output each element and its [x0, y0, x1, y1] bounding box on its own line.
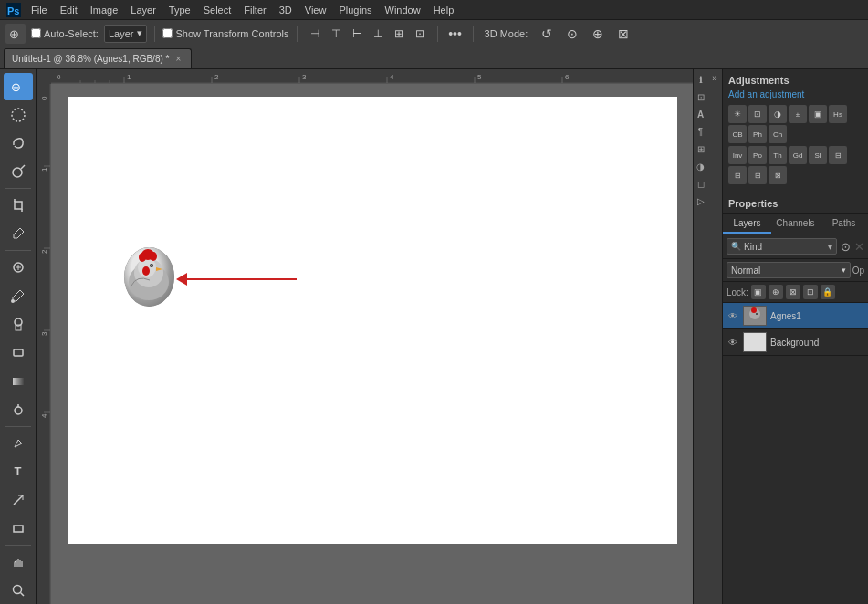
side-adjust-icon[interactable]: ⊡ — [697, 92, 705, 102]
document-tab[interactable]: Untitled-1 @ 36.8% (Agnes1, RGB/8) * × — [4, 48, 192, 68]
menu-type[interactable]: Type — [163, 3, 196, 17]
adj-sm4-icon[interactable]: ⊠ — [769, 166, 787, 184]
menu-select[interactable]: Select — [198, 3, 237, 17]
panel-collapse-btn[interactable]: » — [707, 69, 722, 604]
gradient-tool[interactable] — [4, 368, 33, 395]
align-bottom[interactable]: ⊡ — [410, 24, 430, 44]
tab-channels[interactable]: Channels — [771, 214, 820, 234]
text-tool[interactable]: T — [4, 458, 33, 485]
crop-tool[interactable] — [4, 192, 33, 219]
shape-tool[interactable] — [4, 515, 33, 542]
canvas-scroll[interactable] — [51, 84, 693, 604]
layer-row-agnes1[interactable]: 👁 Agnes1 — [723, 303, 868, 329]
layer-row-background[interactable]: 👁 Background — [723, 329, 868, 356]
adj-vibrance-icon[interactable]: ▣ — [809, 105, 827, 123]
side-para-icon[interactable]: ¶ — [698, 127, 703, 137]
adj-sm2-icon[interactable]: ⊟ — [728, 166, 747, 184]
auto-select-checkbox[interactable] — [31, 28, 41, 38]
svg-point-63 — [756, 313, 758, 315]
transform-controls-checkbox[interactable] — [162, 28, 173, 38]
menu-plugins[interactable]: Plugins — [333, 3, 377, 17]
eyedropper-tool[interactable] — [4, 220, 33, 247]
side-play-icon[interactable]: ▷ — [697, 196, 705, 206]
marquee-tool[interactable] — [4, 101, 33, 129]
more-options-button[interactable]: ••• — [445, 24, 465, 44]
side-text-icon[interactable]: A — [697, 109, 704, 120]
layer-filter-off-icon[interactable]: ✕ — [854, 240, 864, 254]
blend-mode-dropdown[interactable]: Normal ▾ — [727, 262, 851, 278]
adj-sm-icon[interactable]: ⊟ — [829, 146, 847, 164]
side-info-icon[interactable]: ℹ — [699, 75, 703, 85]
options-separator-2 — [297, 26, 298, 42]
adj-sm3-icon[interactable]: ⊟ — [748, 166, 767, 184]
menu-image[interactable]: Image — [85, 3, 124, 17]
lasso-tool[interactable] — [4, 130, 33, 157]
settings-icon[interactable]: ⊙ — [562, 24, 582, 44]
side-layer-icon[interactable]: ◻ — [697, 179, 705, 189]
layer-dropdown[interactable]: Layer ▾ — [104, 25, 148, 43]
lock-position-icon[interactable]: ⊕ — [769, 285, 783, 299]
menu-view[interactable]: View — [299, 3, 332, 17]
video-icon[interactable]: ⊠ — [613, 24, 633, 44]
adj-mix-icon[interactable]: Ch — [769, 125, 787, 143]
menu-3d[interactable]: 3D — [274, 3, 298, 17]
align-top[interactable]: ⊥ — [368, 24, 388, 44]
kind-chevron[interactable]: ▾ — [828, 242, 832, 252]
quick-select-tool[interactable] — [4, 158, 33, 185]
cross-icon[interactable]: ⊕ — [588, 24, 608, 44]
align-center-v[interactable]: ⊞ — [389, 24, 409, 44]
layer-filter-on-icon[interactable]: ⊙ — [841, 240, 851, 254]
adj-slr-icon[interactable]: Sl — [809, 146, 827, 164]
adj-cb-icon[interactable]: CB — [728, 125, 747, 143]
adj-poster-icon[interactable]: Po — [748, 146, 767, 164]
adj-grd-icon[interactable]: Gd — [789, 146, 807, 164]
tab-close-button[interactable]: × — [173, 54, 183, 65]
move-tool[interactable]: ⊕ — [4, 73, 33, 100]
layer-visibility-background[interactable]: 👁 — [727, 336, 739, 349]
menu-filter[interactable]: Filter — [238, 3, 271, 17]
menu-file[interactable]: File — [26, 3, 53, 17]
heal-tool[interactable] — [4, 254, 33, 281]
clone-tool[interactable] — [4, 310, 33, 338]
hand-tool[interactable] — [4, 548, 33, 576]
lock-pixels-icon[interactable]: ▣ — [751, 285, 766, 299]
align-center-h[interactable]: ⊤ — [326, 24, 346, 44]
adj-levels-icon[interactable]: ⊡ — [748, 105, 767, 123]
layer-name-background: Background — [770, 338, 864, 348]
path-select-tool[interactable] — [4, 486, 33, 514]
svg-point-59 — [151, 265, 152, 266]
side-color-icon[interactable]: ◑ — [696, 161, 705, 172]
adjustment-icons-row-2: Inv Po Th Gd Sl ⊟ ⊟ ⊟ ⊠ — [728, 146, 863, 184]
canvas-area[interactable]: 0 1 2 3 4 5 6 0 — [37, 69, 693, 604]
toolbar-sep-4 — [5, 545, 31, 546]
lock-all-icon[interactable]: ⊡ — [803, 285, 818, 299]
rotate-icon[interactable]: ↺ — [537, 24, 557, 44]
pen-tool[interactable] — [4, 430, 33, 457]
menu-window[interactable]: Window — [380, 3, 426, 17]
menu-edit[interactable]: Edit — [55, 3, 83, 17]
adj-exposure-icon[interactable]: ± — [789, 105, 807, 123]
layers-search-box[interactable]: 🔍 Kind ▾ — [727, 238, 837, 255]
lock-artboard-icon[interactable]: ⊠ — [786, 285, 800, 299]
svg-text:4: 4 — [390, 73, 394, 81]
zoom-tool[interactable] — [4, 577, 33, 604]
adj-curves-icon[interactable]: ◑ — [769, 105, 787, 123]
add-adjustment-link[interactable]: Add an adjustment — [728, 89, 863, 99]
tab-layers[interactable]: Layers — [723, 214, 771, 234]
lock-lock-icon[interactable]: 🔒 — [821, 285, 835, 299]
menu-layer[interactable]: Layer — [125, 3, 162, 17]
layer-visibility-agnes1[interactable]: 👁 — [727, 309, 739, 322]
side-grid-icon[interactable]: ⊞ — [697, 144, 705, 154]
tab-paths[interactable]: Paths — [820, 214, 868, 234]
adj-thr-icon[interactable]: Th — [769, 146, 787, 164]
adj-inv-icon[interactable]: Inv — [728, 146, 747, 164]
brush-tool[interactable] — [4, 282, 33, 309]
align-left[interactable]: ⊣ — [305, 24, 325, 44]
align-right[interactable]: ⊢ — [347, 24, 367, 44]
eraser-tool[interactable] — [4, 338, 33, 366]
dodge-tool[interactable] — [4, 396, 33, 423]
adj-ph-icon[interactable]: Ph — [748, 125, 767, 143]
adj-hsl-icon[interactable]: Hs — [829, 105, 847, 123]
menu-help[interactable]: Help — [428, 3, 460, 17]
adj-brightness-icon[interactable]: ☀ — [728, 105, 747, 123]
